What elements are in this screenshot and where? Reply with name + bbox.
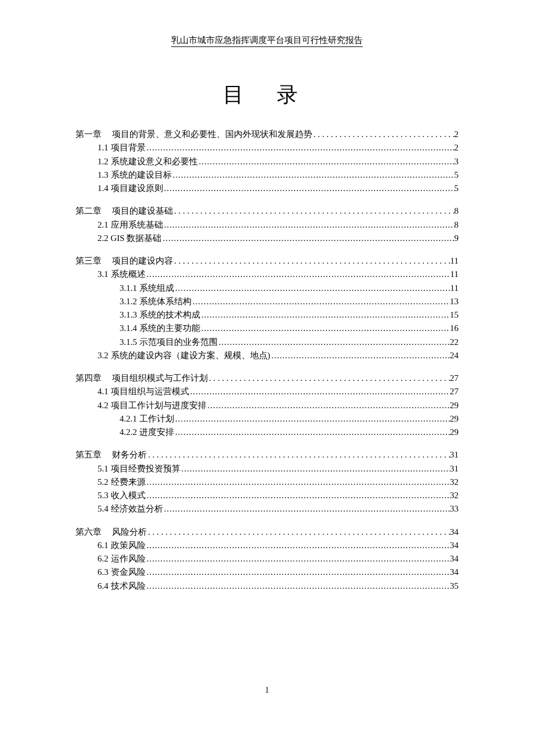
toc-entry: 4.2.1 工作计划29: [75, 412, 459, 426]
toc-entry: 3.1.4 系统的主要功能16: [75, 322, 459, 335]
toc-entry-label: 2.2 GIS 数据基础: [98, 232, 161, 245]
toc-entry-label: 5.1 项目经费投资预算: [98, 462, 181, 476]
toc-chapter-number: 第四章: [75, 372, 102, 385]
toc-entry-label: 3.1.5 示范项目的业务范围: [120, 336, 218, 349]
toc-leader-dots: [147, 525, 450, 539]
toc-entry-label: 1.4 项目建设原则: [98, 182, 163, 195]
toc-page-ref: 34: [450, 566, 459, 579]
toc-leader-dots: [270, 349, 450, 362]
toc-leader-dots: [198, 155, 454, 168]
toc-page-ref: 31: [450, 448, 459, 462]
toc-entry: 3.1.1 系统组成11: [75, 282, 459, 295]
toc-page-ref: 34: [450, 525, 459, 539]
toc-page-ref: 8: [454, 218, 459, 232]
toc-page-ref: 11: [450, 254, 459, 268]
toc-entry: 1.1 项目背景2: [75, 141, 459, 154]
toc-leader-dots: [174, 282, 450, 295]
toc-entry-label: 6.2 运作风险: [98, 552, 146, 566]
toc-entry-label: 3.1.3 系统的技术构成: [120, 308, 200, 322]
toc-entry-label: 4.2.2 进度安排: [120, 426, 174, 439]
toc-leader-dots: [172, 168, 454, 182]
toc-chapter-number: 第六章: [75, 525, 102, 539]
document-header: 乳山市城市应急指挥调度平台项目可行性研究报告: [75, 35, 459, 49]
toc-leader-dots: [161, 232, 454, 245]
toc-chapter-heading: 第三章项目的建设内容11: [75, 254, 459, 268]
toc-entry-label: 6.3 资金风险: [98, 566, 146, 579]
toc-leader-dots: [174, 426, 450, 439]
toc-chapter-number: 第二章: [75, 204, 102, 218]
toc-chapter-title: 项目的建设基础: [112, 206, 173, 215]
toc-chapter-label: 第四章项目组织模式与工作计划: [75, 372, 208, 385]
toc-leader-dots: [163, 218, 454, 232]
toc-page-ref: 29: [450, 412, 459, 426]
toc-page-ref: 22: [450, 336, 459, 349]
toc-entry-label: 6.4 技术风险: [98, 579, 146, 593]
toc-leader-dots: [218, 336, 450, 349]
toc-entry: 6.1 政策风险34: [75, 539, 459, 552]
toc-entry-label: 5.3 收入模式: [98, 489, 146, 502]
toc-leader-dots: [189, 385, 450, 398]
toc-page-ref: 27: [450, 372, 459, 385]
toc-page-ref: 11: [450, 268, 459, 281]
toc-entry: 1.4 项目建设原则5: [75, 182, 459, 195]
toc-entry: 3.1.5 示范项目的业务范围22: [75, 336, 459, 349]
toc-entry: 1.3 系统的建设目标5: [75, 168, 459, 182]
toc-chapter-title: 财务分析: [112, 450, 147, 459]
toc-leader-dots: [146, 579, 450, 593]
toc-entry: 6.4 技术风险35: [75, 579, 459, 593]
toc-entry-label: 3.1.1 系统组成: [120, 282, 174, 295]
toc-leader-dots: [174, 412, 450, 426]
toc-chapter-label: 第一章项目的背景、意义和必要性、国内外现状和发展趋势: [75, 128, 312, 141]
toc-entry: 3.1.3 系统的技术构成15: [75, 308, 459, 322]
toc-entry: 1.2 系统建设意义和必要性3: [75, 155, 459, 168]
toc-leader-dots: [147, 448, 450, 462]
toc-page-ref: 34: [450, 539, 459, 552]
toc-leader-dots: [146, 566, 450, 579]
toc-page-ref: 13: [450, 295, 459, 308]
toc-entry-label: 2.1 应用系统基础: [98, 218, 163, 232]
toc-entry: 5.2 经费来源32: [75, 476, 459, 489]
toc-chapter-title: 项目的背景、意义和必要性、国内外现状和发展趋势: [112, 129, 312, 139]
toc-chapter-label: 第五章财务分析: [75, 448, 147, 462]
toc-entry: 3.2 系统的建设内容（建设方案、规模、地点)24: [75, 349, 459, 362]
toc-entry: 5.4 经济效益分析33: [75, 502, 459, 516]
toc-page-ref: 9: [454, 232, 459, 245]
toc-chapter-label: 第六章风险分析: [75, 525, 147, 539]
toc-entry-label: 4.1 项目组织与运营模式: [98, 385, 189, 398]
toc-page-ref: 34: [450, 552, 459, 566]
toc-title: 目 录: [75, 81, 459, 109]
toc-page-ref: 32: [450, 489, 459, 502]
toc-chapter-number: 第一章: [75, 128, 102, 141]
toc-entry-label: 3.2 系统的建设内容（建设方案、规模、地点): [98, 349, 270, 362]
toc-page-ref: 32: [450, 476, 459, 489]
toc-chapter-title: 项目的建设内容: [112, 256, 173, 265]
toc-leader-dots: [146, 552, 450, 566]
toc-chapter-heading: 第四章项目组织模式与工作计划27: [75, 372, 459, 385]
toc-leader-dots: [146, 539, 450, 552]
toc-page-ref: 8: [454, 204, 459, 218]
table-of-contents: 第一章项目的背景、意义和必要性、国内外现状和发展趋势21.1 项目背景21.2 …: [75, 128, 459, 593]
toc-leader-dots: [146, 268, 450, 281]
toc-chapter-heading: 第二章项目的建设基础8: [75, 204, 459, 218]
toc-chapter-title: 项目组织模式与工作计划: [112, 373, 208, 383]
toc-leader-dots: [163, 182, 454, 195]
toc-entry: 3.1 系统概述11: [75, 268, 459, 281]
toc-entry-label: 3.1.4 系统的主要功能: [120, 322, 200, 335]
toc-entry-label: 1.1 项目背景: [98, 141, 146, 154]
toc-entry: 4.2 项目工作计划与进度安排29: [75, 399, 459, 412]
toc-leader-dots: [146, 489, 450, 502]
toc-page-ref: 31: [450, 462, 459, 476]
toc-entry: 6.3 资金风险34: [75, 566, 459, 579]
toc-chapter-label: 第二章项目的建设基础: [75, 204, 173, 218]
toc-page-ref: 35: [450, 579, 459, 593]
toc-leader-dots: [200, 308, 450, 322]
toc-leader-dots: [173, 204, 454, 218]
toc-chapter-number: 第五章: [75, 448, 102, 462]
toc-page-ref: 27: [450, 385, 459, 398]
toc-entry: 4.1 项目组织与运营模式27: [75, 385, 459, 398]
toc-page-ref: 33: [450, 502, 459, 516]
toc-entry: 5.1 项目经费投资预算31: [75, 462, 459, 476]
toc-leader-dots: [146, 141, 454, 154]
toc-page-ref: 24: [450, 349, 459, 362]
toc-page-ref: 3: [454, 155, 459, 168]
